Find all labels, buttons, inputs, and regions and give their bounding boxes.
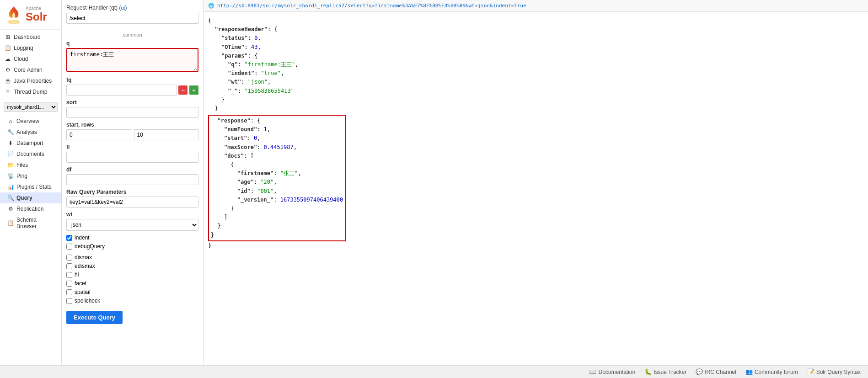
nav-item-cloud[interactable]: ☁ Cloud [0, 53, 61, 64]
fl-label: fl [66, 144, 198, 150]
collection-nav-label-schema-browser: Schema Browser [16, 217, 57, 229]
spatial-row: spatial [66, 289, 198, 295]
spatial-label: spatial [75, 289, 91, 295]
collection-nav-schema-browser[interactable]: 📋 Schema Browser [0, 214, 61, 232]
fq-row: fq − + [66, 77, 198, 96]
logo-text: Apache Solr [26, 6, 47, 23]
collection-nav-documents[interactable]: 📄 Documents [0, 149, 61, 160]
nav-item-java-properties[interactable]: ☕ Java Properties [0, 75, 61, 86]
collection-nav-label-analysis: Analysis [16, 129, 37, 135]
sidebar: Apache Solr ⊞ Dashboard 📋 Logging ☁ Clou… [0, 0, 62, 365]
collection-select[interactable]: mysolr_shard1... [4, 102, 58, 112]
collection-nav-overview[interactable]: ⌂ Overview [0, 116, 61, 127]
core-admin-icon: ⚙ [5, 67, 11, 73]
facet-label: facet [75, 280, 86, 287]
wt-label: wt [66, 211, 198, 218]
spellcheck-row: spellcheck [66, 298, 198, 304]
facet-checkbox[interactable] [66, 281, 72, 287]
plugins-icon: 📊 [7, 184, 14, 190]
hl-row: hl [66, 272, 198, 278]
collection-nav-label-overview: Overview [16, 118, 39, 124]
execute-query-button[interactable]: Execute Query [66, 311, 123, 324]
documentation-link[interactable]: 📖 Documentation [589, 368, 635, 375]
raw-query-input[interactable] [66, 197, 198, 208]
collection-nav-plugins-stats[interactable]: 📊 Plugins / Stats [0, 181, 61, 192]
collection-selector[interactable]: mysolr_shard1... [4, 102, 58, 112]
request-handler-label: Request-Handler (qt) (qt) [66, 5, 198, 11]
hl-label: hl [75, 272, 79, 278]
dismax-checkbox[interactable] [66, 255, 72, 261]
q-input[interactable]: firstname:王三 [66, 48, 198, 72]
wt-select[interactable]: json xml python ruby php csv [66, 219, 198, 231]
nav-item-thread-dump[interactable]: ≡ Thread Dump [0, 86, 61, 97]
fq-input[interactable] [66, 85, 177, 96]
collection-nav-label-documents: Documents [16, 151, 44, 157]
collection-nav-ping[interactable]: 📡 Ping [0, 170, 61, 181]
indent-checkbox[interactable] [66, 235, 72, 241]
df-input[interactable] [66, 174, 198, 185]
fq-remove-button[interactable]: − [178, 85, 188, 95]
fl-input[interactable] [66, 152, 198, 163]
logo-area: Apache Solr [0, 0, 61, 30]
collection-nav-label-files: Files [16, 162, 28, 168]
section-checkboxes: dismax edismax hl facet [66, 254, 198, 304]
java-icon: ☕ [5, 78, 11, 84]
raw-query-label: Raw Query Parameters [66, 189, 198, 195]
json-output: { "responseHeader": { "status": 0, "QTim… [204, 12, 868, 365]
collection-nav-analysis[interactable]: 🔧 Analysis [0, 127, 61, 138]
sort-label: sort [66, 99, 198, 106]
url-text: http://s0:8983/solr/mysolr_shard1_replic… [217, 3, 526, 9]
irc-channel-label: IRC Channel [705, 369, 736, 375]
collection-nav-label-ping: Ping [16, 173, 27, 179]
svg-point-0 [7, 20, 20, 24]
edismax-checkbox[interactable] [66, 263, 72, 269]
footer: 📖 Documentation 🐛 Issue Tracker 💬 IRC Ch… [0, 365, 868, 378]
fq-add-button[interactable]: + [189, 85, 198, 95]
divider-label: common [120, 32, 145, 37]
collection-nav-label-replication: Replication [16, 206, 43, 212]
collection-nav-label-query: Query [16, 195, 32, 201]
spatial-checkbox[interactable] [66, 289, 72, 295]
issue-tracker-link[interactable]: 🐛 Issue Tracker [644, 368, 686, 375]
hl-checkbox[interactable] [66, 272, 72, 278]
nav-label-dashboard: Dashboard [14, 34, 41, 40]
nav-item-logging[interactable]: 📋 Logging [0, 43, 61, 53]
q-row: q firstname:王三 [66, 40, 198, 73]
collection-nav-files[interactable]: 📁 Files [0, 160, 61, 170]
nav-label-core-admin: Core Admin [14, 67, 43, 73]
collection-nav-query[interactable]: 🔍 Query [0, 192, 61, 203]
debug-query-checkbox[interactable] [66, 244, 72, 250]
global-nav: ⊞ Dashboard 📋 Logging ☁ Cloud ⚙ Core Adm… [0, 30, 61, 99]
start-rows-label: start, rows [66, 122, 198, 128]
dashboard-icon: ⊞ [5, 34, 11, 40]
files-icon: 📁 [7, 162, 14, 168]
nav-label-java-properties: Java Properties [14, 78, 52, 84]
nav-item-core-admin[interactable]: ⚙ Core Admin [0, 64, 61, 75]
sort-input[interactable] [66, 107, 198, 118]
logo-solr: Solr [26, 11, 47, 23]
collection-nav-replication[interactable]: ⚙ Replication [0, 203, 61, 214]
df-row: df [66, 166, 198, 185]
start-input[interactable] [66, 129, 131, 140]
qt-link[interactable]: qt [121, 5, 125, 11]
community-forum-link[interactable]: 👥 Community forum [745, 368, 798, 375]
solr-query-syntax-link[interactable]: 📝 Solr Query Syntax [807, 368, 861, 375]
start-rows-row: start, rows [66, 122, 198, 140]
nav-item-dashboard[interactable]: ⊞ Dashboard [0, 32, 61, 43]
handler-input[interactable] [66, 13, 198, 24]
spellcheck-label: spellcheck [75, 298, 100, 304]
debug-query-row: debugQuery [66, 243, 198, 250]
nav-label-logging: Logging [14, 45, 33, 51]
query-panel: Request-Handler (qt) (qt) common q first… [62, 0, 204, 365]
rows-input[interactable] [134, 129, 199, 140]
spellcheck-checkbox[interactable] [66, 298, 72, 304]
collection-nav-label-dataimport: Dataimport [16, 140, 43, 146]
irc-channel-link[interactable]: 💬 IRC Channel [696, 368, 736, 375]
irc-channel-icon: 💬 [696, 368, 703, 375]
overview-icon: ⌂ [7, 118, 14, 124]
issue-tracker-icon: 🐛 [644, 368, 652, 375]
dismax-row: dismax [66, 254, 198, 261]
ping-icon: 📡 [7, 173, 14, 179]
collection-nav-dataimport[interactable]: ⬇ Dataimport [0, 138, 61, 149]
nav-label-cloud: Cloud [14, 56, 28, 62]
